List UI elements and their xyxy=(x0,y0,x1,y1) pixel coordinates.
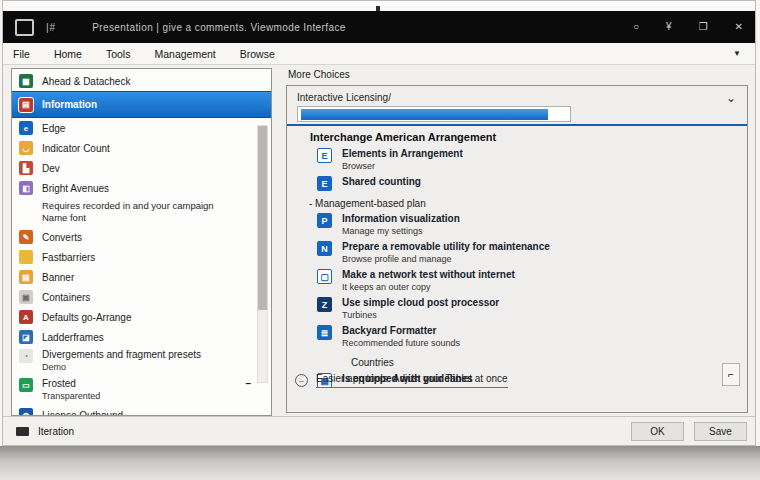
sidebar-item-label: FrostedTransparented xyxy=(42,378,100,405)
dropdown-rows: EElements in ArrangementBrowserEShared c… xyxy=(309,148,739,388)
scrollbar-thumb[interactable] xyxy=(258,126,267,310)
sidebar-item-edge[interactable]: eEdge xyxy=(12,118,271,138)
dropdown-item-subtitle: Browser xyxy=(342,161,463,172)
sidebar-item-label: Ladderframes xyxy=(42,332,104,343)
save-button[interactable]: Save xyxy=(694,422,747,441)
circle-minus-icon: – xyxy=(295,374,308,387)
sidebar-item-bright-avenues[interactable]: ◧Bright Avenues xyxy=(12,178,271,198)
sidebar-item-banner[interactable]: ▤Banner xyxy=(12,267,271,287)
sidebar-item-label: Banner xyxy=(42,272,74,283)
dropdown-item-text: Backyard FormatterRecommended future sou… xyxy=(342,325,460,349)
sidebar-item-license-outbound[interactable]: ◍License Outbound– xyxy=(12,405,271,416)
dropdown-item-subtitle: Turbines xyxy=(342,310,499,321)
main-area: ▦Ahead & Datacheck▤InformationeEdge◡Indi… xyxy=(3,65,755,416)
find-more-link-text[interactable]: Easier app tools: Adjust your Tablet at … xyxy=(316,373,508,388)
dropdown-item-use-simple-cloud-post-processor[interactable]: ZUse simple cloud post processorTurbines xyxy=(309,297,739,321)
dropdown-item-text: Shared counting xyxy=(342,176,421,188)
dropdown-section-label: - Management-based plan xyxy=(309,198,739,209)
sidebar-item-label: Bright Avenues xyxy=(42,183,109,194)
dropdown-item-text: Use simple cloud post processorTurbines xyxy=(342,297,499,321)
sidebar-item-label: Converts xyxy=(42,232,82,243)
sidebar-item-dev[interactable]: ▙Dev xyxy=(12,158,271,178)
spreadsheet-icon: ▦ xyxy=(19,74,33,88)
chevron-down-icon[interactable]: ▼ xyxy=(733,49,745,58)
dropdown-item-prepare-a-removable-utility-for-maintenance[interactable]: NPrepare a removable utility for mainten… xyxy=(309,241,739,265)
dropdown-item-information-visualization[interactable]: PInformation visualizationManage my sett… xyxy=(309,213,739,237)
sidebar-item-converts[interactable]: ✎Converts xyxy=(12,227,271,247)
dropdown-item-title: Use simple cloud post processor xyxy=(342,297,499,309)
sidebar-item-frosted[interactable]: ▭FrostedTransparented– xyxy=(12,376,271,405)
dropdown-item-backyard-formatter[interactable]: ≣Backyard FormatterRecommended future so… xyxy=(309,325,739,349)
sidebar-item-defaults-go-arrange[interactable]: ADefaults go-Arrange xyxy=(12,307,271,327)
window-shadow xyxy=(0,446,760,480)
maximize-icon[interactable]: ❐ xyxy=(699,22,708,32)
app-combo-box[interactable] xyxy=(297,106,739,126)
utility-tile-icon: N xyxy=(317,241,332,256)
collapse-dash-icon[interactable]: – xyxy=(245,410,251,417)
circle-control-icon[interactable]: ○ xyxy=(633,22,639,32)
dropdown-item-text: Information visualizationManage my setti… xyxy=(342,213,460,237)
dropdown-item-title: Make a network test without internet xyxy=(342,269,515,281)
sidebar-item-containers[interactable]: ▣Containers xyxy=(12,287,271,307)
sidebar-item-label: Fastbarriers xyxy=(42,252,95,263)
sidebar-item-indicator-count[interactable]: ◡Indicator Count xyxy=(12,138,271,158)
globe-icon: ◍ xyxy=(19,408,33,416)
window-top-strip xyxy=(3,1,755,11)
sidebar-item-ahead-datacheck[interactable]: ▦Ahead & Datacheck xyxy=(12,71,271,91)
close-icon[interactable]: ✕ xyxy=(735,22,743,32)
dropdown-item-subtitle: Browse profile and manage xyxy=(342,254,550,265)
menu-item-file[interactable]: File xyxy=(13,48,30,60)
document-tile-icon: E xyxy=(317,148,332,163)
find-more-link[interactable]: – Easier app tools: Adjust your Tablet a… xyxy=(295,373,508,388)
clock-app-icon: ◔ xyxy=(19,349,33,363)
dropdown-item-title: Information visualization xyxy=(342,213,460,225)
sidebar-item-label: Defaults go-Arrange xyxy=(42,312,132,323)
status-text: Iteration xyxy=(38,426,74,437)
network-tile-icon: ▢ xyxy=(317,269,332,284)
sidebar-item-label: Dev xyxy=(42,163,60,174)
ok-button[interactable]: OK xyxy=(631,422,684,441)
sidebar-item-fastbarriers[interactable]: Fastbarriers xyxy=(12,247,271,267)
sidebar-item-label: Containers xyxy=(42,292,90,303)
app-window: |# Presentation | give a comments. Viewm… xyxy=(2,0,756,446)
app-list-sidebar[interactable]: ▦Ahead & Datacheck▤InformationeEdge◡Indi… xyxy=(11,68,272,416)
dropdown-item-shared-counting[interactable]: EShared counting xyxy=(309,176,739,191)
menu-item-browse[interactable]: Browse xyxy=(240,48,275,60)
dropdown-item-subtitle: Manage my settings xyxy=(342,226,460,237)
sidebar-item-information[interactable]: ▤Information xyxy=(12,91,271,118)
sidebar-scrollbar[interactable] xyxy=(257,125,268,383)
expander-button[interactable]: ⌐ xyxy=(722,363,740,386)
window-controls: ○¥❐✕ xyxy=(633,22,743,32)
panel-header: More Choices xyxy=(288,69,748,80)
app-list: ▦Ahead & Datacheck▤InformationeEdge◡Indi… xyxy=(12,71,271,416)
dropdown-note: Countries xyxy=(351,357,739,368)
details-panel: More Choices Interactive Licensing/ ⌄ In… xyxy=(286,68,748,416)
pin-control-icon[interactable]: ¥ xyxy=(666,22,672,32)
screen: |# Presentation | give a comments. Viewm… xyxy=(0,0,760,480)
item-subtitle: Transparented xyxy=(42,390,100,402)
item-title: Divergements and fragment presets xyxy=(42,349,201,361)
menu-item-tools[interactable]: Tools xyxy=(106,48,131,60)
menu-item-management[interactable]: Management xyxy=(154,48,215,60)
dropdown-item-make-a-network-test-without-internet[interactable]: ▢Make a network test without internetIt … xyxy=(309,269,739,293)
dropdown-item-elements-in-arrangement[interactable]: EElements in ArrangementBrowser xyxy=(309,148,739,172)
sidebar-item-ladderframes[interactable]: ◪Ladderframes xyxy=(12,327,271,347)
menu-bar: FileHomeToolsManagementBrowse▼ xyxy=(3,43,755,65)
collapse-dash-icon[interactable]: – xyxy=(245,378,251,405)
dropdown-item-title: Elements in Arrangement xyxy=(342,148,463,160)
media-app-icon: ◧ xyxy=(19,181,33,195)
chevron-down-icon[interactable]: ⌄ xyxy=(726,91,736,105)
app-logo-icon xyxy=(15,19,34,36)
combo-field[interactable] xyxy=(297,106,571,122)
dropdown-selected-label[interactable]: Interchange American Arrangement xyxy=(310,131,739,143)
menu-item-home[interactable]: Home xyxy=(54,48,82,60)
window-title: Presentation | give a comments. Viewmode… xyxy=(92,22,346,33)
status-icon xyxy=(16,427,29,436)
access-app-icon: A xyxy=(19,310,33,324)
sticky-note-icon xyxy=(19,250,33,264)
dropdown-item-text: Make a network test without internetIt k… xyxy=(342,269,515,293)
description-line: Name font xyxy=(42,212,261,224)
screen-share-icon: ▭ xyxy=(19,378,33,392)
sidebar-item-divergements-and-fragment-presets[interactable]: ◔Divergements and fragment presetsDemo xyxy=(12,347,271,376)
item-subtitle: Demo xyxy=(42,361,201,373)
